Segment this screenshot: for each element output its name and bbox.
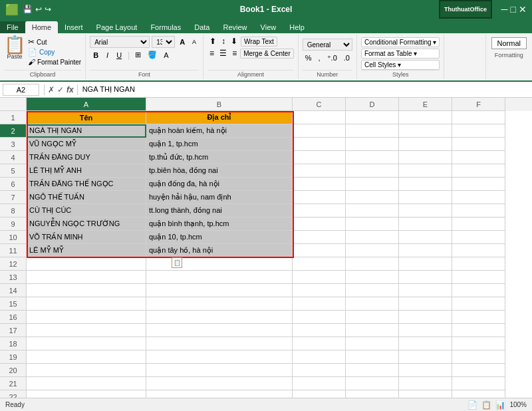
paste-options-btn[interactable]: 📋 <box>172 257 182 268</box>
cell-b16[interactable] <box>146 311 293 324</box>
tab-help[interactable]: Help <box>283 21 311 33</box>
cell-d14[interactable] <box>346 284 399 297</box>
cell-e13[interactable] <box>399 271 452 284</box>
cell-a3[interactable]: VŨ NGỌC MỸ <box>27 138 146 151</box>
cell-d9[interactable] <box>346 217 399 231</box>
quick-undo-btn[interactable]: ↩ <box>35 5 42 14</box>
cell-a6[interactable]: TRẦN ĐĂNG THẾ NGỌC <box>27 178 146 191</box>
cell-f22[interactable] <box>452 390 505 398</box>
tab-home[interactable]: Home <box>25 21 58 33</box>
cell-b13[interactable] <box>146 271 293 284</box>
cell-e11[interactable] <box>399 244 452 257</box>
cell-f1[interactable] <box>452 111 505 124</box>
tab-review[interactable]: Review <box>216 21 253 33</box>
cell-a9[interactable]: NGUYỄN NGỌC TRƯỜNG <box>27 217 146 231</box>
cell-a13[interactable] <box>27 271 146 284</box>
cell-f10[interactable] <box>452 231 505 244</box>
cell-d13[interactable] <box>346 271 399 284</box>
cell-a11[interactable]: LÊ MỸ MỸ <box>27 244 146 257</box>
view-layout-btn[interactable]: 📋 <box>481 400 491 410</box>
cell-c15[interactable] <box>293 297 346 311</box>
cell-c17[interactable] <box>293 324 346 337</box>
cell-e2[interactable] <box>399 124 452 138</box>
view-normal-btn[interactable]: 📄 <box>467 400 477 410</box>
row-num-10[interactable]: 10 <box>0 231 27 244</box>
cell-f11[interactable] <box>452 244 505 257</box>
cell-e9[interactable] <box>399 217 452 231</box>
row-num-9[interactable]: 9 <box>0 217 27 231</box>
fill-color-btn[interactable]: 🪣 <box>145 49 160 61</box>
quick-redo-btn[interactable]: ↪ <box>45 5 51 14</box>
cell-b2[interactable]: quận hoàn kiếm, hà nội <box>146 124 293 138</box>
tab-view[interactable]: View <box>254 21 283 33</box>
cell-a12[interactable] <box>27 257 146 271</box>
tab-page-layout[interactable]: Page Layout <box>90 21 144 33</box>
font-family-select[interactable]: Arial <box>90 36 150 48</box>
cell-d20[interactable] <box>346 364 399 377</box>
cell-e4[interactable] <box>399 151 452 164</box>
comma-btn[interactable]: , <box>316 53 323 64</box>
conditional-formatting-btn[interactable]: Conditional Formatting ▾ <box>361 37 440 47</box>
row-num-20[interactable]: 20 <box>0 364 27 377</box>
italic-btn[interactable]: I <box>103 50 112 61</box>
row-num-12[interactable]: 12 <box>0 257 27 271</box>
cell-c7[interactable] <box>293 191 346 204</box>
cell-b4[interactable]: tp.thủ đức, tp.hcm <box>146 151 293 164</box>
cell-e1[interactable] <box>399 111 452 124</box>
confirm-formula-btn[interactable]: ✓ <box>56 85 65 94</box>
tab-data[interactable]: Data <box>188 21 216 33</box>
cell-d15[interactable] <box>346 297 399 311</box>
cell-d4[interactable] <box>346 151 399 164</box>
cell-d5[interactable] <box>346 164 399 178</box>
tab-insert[interactable]: Insert <box>58 21 90 33</box>
cell-b15[interactable] <box>146 297 293 311</box>
cell-c9[interactable] <box>293 217 346 231</box>
cell-a16[interactable] <box>27 311 146 324</box>
merge-center-btn[interactable]: Merge & Center <box>240 49 294 59</box>
cell-a19[interactable] <box>27 350 146 364</box>
cell-e7[interactable] <box>399 191 452 204</box>
align-right-btn[interactable]: ≡ <box>230 48 239 59</box>
cell-f21[interactable] <box>452 377 505 390</box>
col-header-c[interactable]: C <box>293 98 346 111</box>
paste-button[interactable]: 📋 Paste <box>4 36 25 60</box>
cell-d10[interactable] <box>346 231 399 244</box>
cell-e22[interactable] <box>399 390 452 398</box>
view-pagebreak-btn[interactable]: 📊 <box>495 400 505 410</box>
cell-b8[interactable]: tt.long thành, đồng nai <box>146 204 293 217</box>
cell-d22[interactable] <box>346 390 399 398</box>
decrease-font-btn[interactable]: A <box>190 37 199 47</box>
col-header-e[interactable]: E <box>399 98 452 111</box>
cell-f3[interactable] <box>452 138 505 151</box>
format-as-table-btn[interactable]: Format as Table ▾ <box>361 49 440 59</box>
row-num-17[interactable]: 17 <box>0 324 27 337</box>
row-num-8[interactable]: 8 <box>0 204 27 217</box>
cell-a5[interactable]: LÊ THỊ MỸ ANH <box>27 164 146 178</box>
cell-a4[interactable]: TRẦN ĐĂNG DUY <box>27 151 146 164</box>
cell-a17[interactable] <box>27 324 146 337</box>
row-num-3[interactable]: 3 <box>0 138 27 151</box>
cell-a7[interactable]: NGÔ THẾ TUẤN <box>27 191 146 204</box>
cell-f19[interactable] <box>452 350 505 364</box>
align-top-btn[interactable]: ⬆ <box>207 36 218 47</box>
insert-function-btn[interactable]: fx <box>65 85 75 94</box>
font-color-btn[interactable]: A <box>161 50 171 61</box>
cell-b12[interactable] <box>146 257 293 271</box>
cell-e19[interactable] <box>399 350 452 364</box>
cell-f4[interactable] <box>452 151 505 164</box>
cell-f15[interactable] <box>452 297 505 311</box>
cell-b18[interactable] <box>146 337 293 350</box>
align-left-btn[interactable]: ≡ <box>207 48 216 59</box>
cell-d19[interactable] <box>346 350 399 364</box>
cell-e16[interactable] <box>399 311 452 324</box>
cell-f13[interactable] <box>452 271 505 284</box>
cell-b21[interactable] <box>146 377 293 390</box>
align-center-btn[interactable]: ☰ <box>217 48 229 59</box>
row-num-15[interactable]: 15 <box>0 297 27 311</box>
cell-b19[interactable] <box>146 350 293 364</box>
row-num-11[interactable]: 11 <box>0 244 27 257</box>
cell-d2[interactable] <box>346 124 399 138</box>
border-btn[interactable]: ⊞ <box>132 49 144 61</box>
font-size-select[interactable]: 13 <box>152 36 175 48</box>
cell-f9[interactable] <box>452 217 505 231</box>
